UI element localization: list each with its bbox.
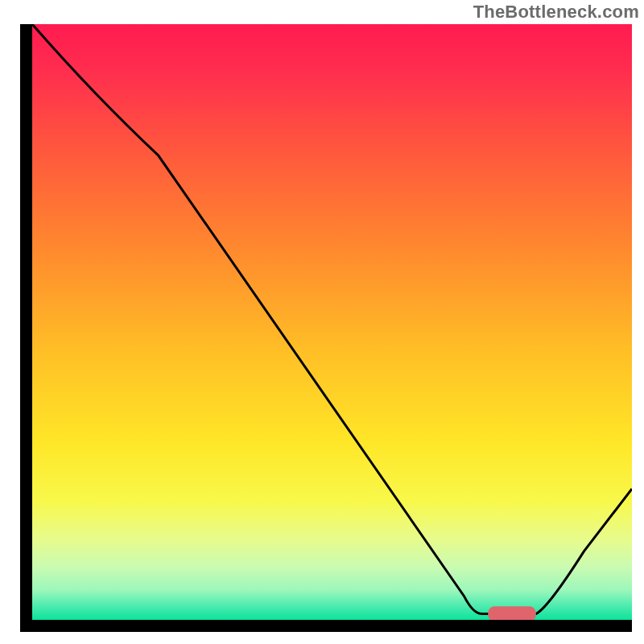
y-axis-border bbox=[20, 24, 32, 632]
watermark-text: TheBottleneck.com bbox=[473, 2, 639, 23]
chart-lines-layer bbox=[32, 24, 632, 620]
bottleneck-curve bbox=[32, 24, 632, 614]
optimal-marker bbox=[488, 606, 536, 620]
x-axis-border bbox=[20, 620, 632, 632]
chart-figure: TheBottleneck.com bbox=[0, 0, 644, 644]
